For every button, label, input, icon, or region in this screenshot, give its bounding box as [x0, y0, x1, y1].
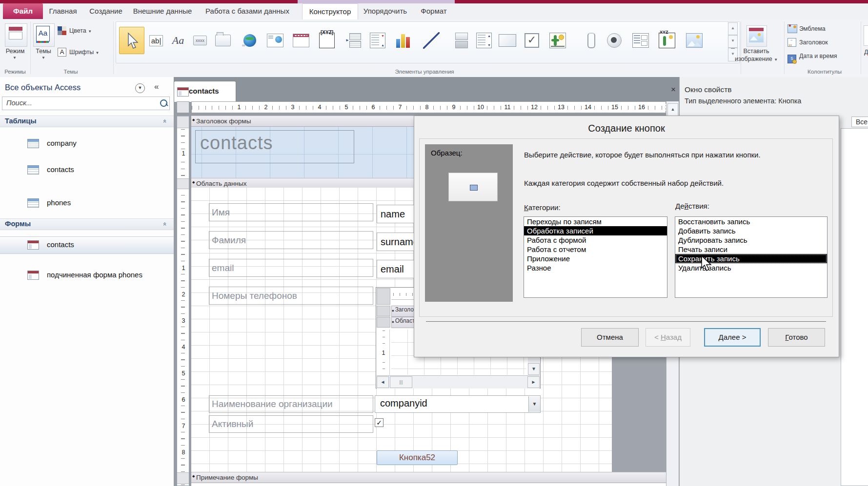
command-button-icon[interactable]: xxxx: [189, 27, 211, 54]
collapse-group-icon[interactable]: «: [161, 222, 169, 226]
combo-box-icon[interactable]: ▼▲: [367, 27, 388, 54]
line-icon[interactable]: [419, 27, 444, 54]
search-input[interactable]: Поиск...: [2, 97, 170, 110]
ribbon-tab-Формат[interactable]: Формат: [415, 3, 452, 19]
insert-image-icon[interactable]: [747, 25, 767, 47]
text-box-icon[interactable]: ab|: [146, 27, 166, 54]
subform-selector-cell[interactable]: [377, 288, 390, 305]
chevron-down-icon[interactable]: ▼: [41, 56, 45, 60]
ribbon-tab-Конструктор[interactable]: Конструктор: [302, 3, 358, 19]
hyperlink-icon[interactable]: ∞: [238, 27, 262, 54]
dialog-button-Отмена[interactable]: Отмена: [581, 328, 639, 347]
actions-listbox[interactable]: Восстановить записьДобавить записьДублир…: [675, 216, 828, 298]
dialog-button-Готово[interactable]: Готово: [768, 328, 825, 347]
list-spin-icon[interactable]: ▲▼: [473, 27, 495, 54]
rectangle-icon[interactable]: [496, 27, 519, 54]
bound-object-frame-icon[interactable]: XYZ: [654, 27, 680, 54]
ribbon-tab-Создание[interactable]: Создание: [86, 3, 126, 19]
nav-group-Формы[interactable]: Формы«: [0, 218, 174, 230]
combo-dropdown-icon[interactable]: ▼: [528, 396, 540, 412]
category-item-Разное[interactable]: Разное: [524, 263, 667, 272]
action-item-Сохранить запись[interactable]: Сохранить запись: [675, 254, 827, 263]
option-button-icon[interactable]: [602, 27, 626, 54]
form-title-label[interactable]: contacts: [200, 133, 273, 154]
check-box-icon[interactable]: ✓: [520, 27, 544, 54]
page-break-icon[interactable]: [XYZ]: [315, 27, 339, 54]
subform-selector-cell[interactable]: [377, 306, 390, 316]
field-label-surname[interactable]: Фамиля: [209, 231, 373, 249]
action-item-Дублировать запись[interactable]: Дублировать запись: [675, 235, 827, 245]
toolbox-scroll-down-icon[interactable]: ▼: [728, 35, 738, 48]
attachment-icon[interactable]: [583, 27, 600, 54]
partial-group-icon[interactable]: [864, 25, 868, 46]
document-tab-contacts[interactable]: contacts: [174, 81, 236, 102]
combo-label[interactable]: Наименование организации: [209, 395, 373, 413]
nav-item-phones[interactable]: phones: [0, 195, 174, 212]
ribbon-tab-Работа с базами данных[interactable]: Работа с базами данных: [200, 3, 295, 19]
close-document-icon[interactable]: ×: [668, 85, 678, 95]
document-scroll-up-icon[interactable]: ▲: [667, 103, 678, 116]
nav-item-contacts[interactable]: contacts: [0, 162, 174, 178]
category-item-Приложение[interactable]: Приложение: [524, 254, 667, 263]
shutter-close-icon[interactable]: «: [154, 82, 159, 92]
tab-control-icon[interactable]: [213, 27, 233, 54]
action-item-Добавить запись[interactable]: Добавить запись: [675, 226, 827, 235]
command-button-knopka52[interactable]: Кнопка52: [377, 450, 458, 465]
subform-scroll-left-icon[interactable]: ◄: [377, 376, 389, 388]
colors-icon[interactable]: [58, 26, 66, 35]
ribbon-tab-Главная[interactable]: Главная: [44, 3, 81, 19]
subform-selector-cell[interactable]: [377, 317, 390, 328]
subform-scroll-down-icon[interactable]: ▼: [528, 363, 540, 375]
dialog-button-Далее[interactable]: Далее >: [704, 328, 761, 347]
nav-item-contacts[interactable]: contacts: [0, 236, 174, 254]
chevron-down-icon[interactable]: ▼: [13, 56, 17, 60]
view-button-label[interactable]: Режим: [0, 48, 30, 55]
subform-hscrollbar[interactable]: ◄ ||| ►: [377, 375, 540, 389]
themes-button-icon[interactable]: Aa: [33, 23, 55, 47]
image-icon[interactable]: [682, 27, 707, 54]
ribbon-tab-Внешние данные[interactable]: Внешние данные: [130, 3, 195, 19]
fonts-button[interactable]: Шрифты ▼: [69, 49, 100, 56]
nav-group-Таблицы[interactable]: Таблицы«: [0, 116, 174, 127]
company-combo-box[interactable]: companyid ▼: [375, 395, 541, 413]
label-icon[interactable]: Aa: [168, 27, 188, 54]
unbound-object-frame-icon[interactable]: [545, 27, 571, 54]
header-footer-item-2[interactable]: xx→Заголовок: [787, 36, 860, 49]
search-icon[interactable]: [160, 99, 168, 108]
list-box-icon[interactable]: [628, 27, 653, 54]
subform-caption-label[interactable]: Номеры телефонов: [209, 287, 373, 305]
header-footer-item-3[interactable]: 5Дата и время: [787, 50, 860, 62]
subform-scroll-right-icon[interactable]: ►: [527, 376, 540, 388]
field-label-email[interactable]: email: [209, 259, 373, 277]
ribbon-tab-Упорядочить[interactable]: Упорядочить: [360, 3, 410, 19]
view-button-icon[interactable]: [5, 23, 27, 47]
action-item-Восстановить запись[interactable]: Восстановить запись: [675, 217, 827, 226]
select-pointer-icon[interactable]: [119, 27, 144, 54]
colors-button[interactable]: Цвета ▼: [69, 27, 92, 34]
checkbox-label[interactable]: Активный: [209, 415, 373, 433]
insert-image-label-line2[interactable]: изображение ▼: [717, 56, 795, 62]
categories-listbox[interactable]: Переходы по записямОбработка записейРабо…: [524, 216, 667, 298]
navigation-control-icon[interactable]: [289, 27, 313, 54]
category-item-Обработка записей[interactable]: Обработка записей: [524, 226, 667, 235]
toolbox-scroll-up-icon[interactable]: ▲: [728, 22, 738, 35]
nav-menu-icon[interactable]: ▼: [135, 83, 145, 93]
field-label-name[interactable]: Имя: [209, 203, 373, 221]
property-tab-all[interactable]: Все: [851, 117, 868, 127]
fonts-icon[interactable]: A: [58, 48, 66, 57]
header-footer-item-1[interactable]: ✱Эмблема: [787, 22, 860, 35]
category-item-Работа с формой[interactable]: Работа с формой: [524, 235, 667, 245]
action-item-Удалить запись[interactable]: Удалить запись: [675, 263, 827, 272]
partial-group-label[interactable]: Д: [864, 49, 868, 56]
themes-button-label[interactable]: Темы: [30, 48, 57, 55]
category-item-Переходы по записям[interactable]: Переходы по записям: [524, 217, 667, 226]
ribbon-tab-Файл[interactable]: Файл: [3, 3, 43, 19]
toggle-button-icon[interactable]: [451, 27, 472, 54]
nav-item-company[interactable]: company: [0, 136, 174, 152]
category-item-Работа с отчетом[interactable]: Работа с отчетом: [524, 245, 667, 254]
navigation-buttons-icon[interactable]: ►: [342, 27, 365, 54]
active-checkbox[interactable]: ✓: [375, 418, 384, 427]
form-footer-section-bar[interactable]: ◆ Примечание формы: [191, 472, 666, 483]
collapse-group-icon[interactable]: «: [161, 119, 169, 123]
web-browser-control-icon[interactable]: [263, 27, 287, 54]
